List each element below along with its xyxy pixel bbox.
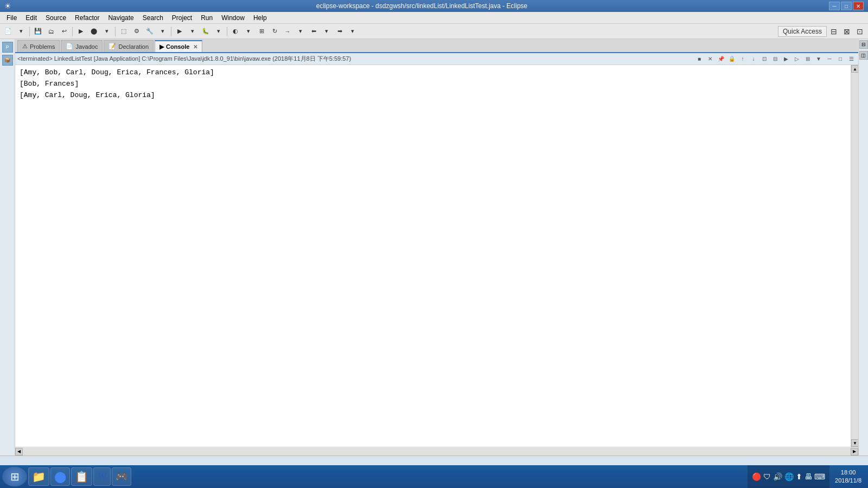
- scroll-track[interactable]: [851, 73, 858, 439]
- toolbar-save[interactable]: 💾: [32, 25, 44, 37]
- h-scroll-right[interactable]: ▶: [851, 448, 858, 455]
- start-button[interactable]: ⊞: [2, 467, 27, 486]
- toolbar-ext[interactable]: ⊞: [256, 25, 267, 37]
- taskbar-chrome[interactable]: ⬤: [50, 467, 70, 486]
- taskbar-app3[interactable]: 📋: [71, 467, 92, 486]
- toolbar-dropdown6[interactable]: ▾: [242, 25, 254, 37]
- toolbar-btn17[interactable]: ⬅: [308, 25, 320, 37]
- scroll-up-arrow[interactable]: ▲: [851, 65, 858, 73]
- toolbar-btn5[interactable]: ⬤: [88, 25, 100, 37]
- menu-search[interactable]: Search: [138, 13, 168, 23]
- h-scroll-track[interactable]: [23, 448, 851, 455]
- output-line-1: [Amy, Bob, Carl, Doug, Erica, Frances, G…: [20, 67, 846, 79]
- sidebar-perspectives[interactable]: P: [2, 42, 13, 53]
- console-stop[interactable]: ■: [694, 54, 704, 64]
- scroll-down-arrow[interactable]: ▼: [851, 439, 858, 447]
- toolbar-run[interactable]: ▶: [174, 25, 186, 37]
- menu-edit[interactable]: Edit: [21, 13, 41, 23]
- right-sidebar-icon-1[interactable]: ⊟: [859, 40, 868, 49]
- console-btn3[interactable]: ↓: [749, 54, 758, 64]
- tab-javadoc[interactable]: 📄 Javadoc: [61, 40, 103, 52]
- toolbar-dropdown1[interactable]: ▾: [15, 25, 27, 37]
- toolbar-btn3[interactable]: ↩: [58, 25, 70, 37]
- horizontal-scrollbar[interactable]: ◀ ▶: [15, 447, 858, 455]
- tab-problems[interactable]: ⚠ Problems: [17, 40, 60, 52]
- menu-navigate[interactable]: Navigate: [104, 13, 138, 23]
- toolbar-btn7[interactable]: ⬚: [118, 25, 130, 37]
- console-btn2[interactable]: ↑: [738, 54, 748, 64]
- menu-window[interactable]: Window: [217, 13, 249, 23]
- menu-file[interactable]: File: [2, 13, 21, 23]
- toolbar-profile[interactable]: ◐: [229, 25, 241, 37]
- toolbar-publish[interactable]: ▶: [75, 25, 87, 37]
- menu-source[interactable]: Source: [41, 13, 71, 23]
- content-area: ⚠ Problems 📄 Javadoc 📝 Declaration ▶ Con…: [15, 39, 858, 455]
- toolbar-dropdown7[interactable]: ▾: [295, 25, 307, 37]
- console-status-text: <terminated> LinkedListTest [Java Applic…: [17, 55, 351, 63]
- console-btn8[interactable]: ⊞: [803, 54, 813, 64]
- toolbar-saveall[interactable]: 🗂: [45, 25, 57, 37]
- toolbar-btn14[interactable]: ↻: [269, 25, 280, 37]
- maximize-button[interactable]: □: [841, 2, 852, 10]
- toolbar-perspective2[interactable]: ⊠: [841, 25, 853, 37]
- toolbar-dropdown8[interactable]: ▾: [321, 25, 333, 37]
- quick-access-button[interactable]: Quick Access: [778, 26, 827, 37]
- taskbar-app5[interactable]: 🎮: [112, 467, 131, 486]
- toolbar-perspective3[interactable]: ⊡: [854, 25, 866, 37]
- toolbar-sep-3: [115, 27, 116, 36]
- tray-icon-4[interactable]: 🌐: [784, 472, 794, 481]
- menu-help[interactable]: Help: [249, 13, 271, 23]
- tray-icon-3[interactable]: 🔊: [773, 472, 782, 481]
- console-view-menu[interactable]: ☰: [846, 54, 856, 64]
- tray-icon-6[interactable]: 🖶: [805, 472, 812, 481]
- close-button[interactable]: ✕: [853, 2, 864, 10]
- tab-console[interactable]: ▶ Console ✕: [155, 40, 202, 52]
- menu-project[interactable]: Project: [168, 13, 196, 23]
- toolbar-dropdown4[interactable]: ▾: [187, 25, 199, 37]
- output-line-3: [Amy, Carl, Doug, Erica, Gloria]: [20, 90, 846, 101]
- toolbar-perspective1[interactable]: ⊟: [828, 25, 840, 37]
- toolbar-dropdown9[interactable]: ▾: [347, 25, 359, 37]
- toolbar-new[interactable]: 📄: [2, 25, 14, 37]
- console-btn4[interactable]: ⊡: [760, 54, 769, 64]
- menu-refactor[interactable]: Refactor: [71, 13, 104, 23]
- tray-icon-1[interactable]: 🔴: [752, 472, 761, 481]
- console-pin[interactable]: 📌: [716, 54, 726, 64]
- toolbar-fwd[interactable]: ➡: [334, 25, 346, 37]
- toolbar-dropdown2[interactable]: ▾: [101, 25, 113, 37]
- app5-icon: 🎮: [116, 471, 127, 483]
- taskbar: ⊞ 📁 ⬤ 📋 W 🎮 🔴 🛡 🔊 🌐 ⬆ 🖶 ⌨ 18:00 2018/11/…: [0, 465, 868, 488]
- tab-declaration[interactable]: 📝 Declaration: [104, 40, 154, 52]
- toolbar-dropdown5[interactable]: ▾: [213, 25, 225, 37]
- console-maximize[interactable]: □: [835, 54, 845, 64]
- console-btn5[interactable]: ⊟: [770, 54, 780, 64]
- h-scroll-left[interactable]: ◀: [15, 448, 23, 455]
- console-scrollbar[interactable]: ▲ ▼: [851, 65, 858, 447]
- file-explorer-icon: 📁: [32, 470, 46, 483]
- clock[interactable]: 18:00 2018/11/8: [831, 468, 866, 485]
- right-sidebar-icon-2[interactable]: ◫: [859, 51, 868, 60]
- sidebar-package-explorer[interactable]: 📦: [2, 55, 13, 66]
- toolbar-debug[interactable]: 🐛: [200, 25, 212, 37]
- tab-console-close[interactable]: ✕: [193, 44, 197, 50]
- toolbar-btn9[interactable]: 🔧: [144, 25, 156, 37]
- toolbar-btn15[interactable]: →: [282, 25, 293, 37]
- tray-icon-5[interactable]: ⬆: [796, 472, 802, 481]
- console-minimize[interactable]: ─: [825, 54, 834, 64]
- console-close[interactable]: ✕: [705, 54, 715, 64]
- console-btn1[interactable]: 🔒: [727, 54, 737, 64]
- taskbar-word[interactable]: W: [93, 467, 111, 486]
- menu-run[interactable]: Run: [196, 13, 217, 23]
- tray-icon-7[interactable]: ⌨: [814, 472, 825, 481]
- console-btn7[interactable]: ▷: [792, 54, 802, 64]
- tray-icon-2[interactable]: 🛡: [763, 472, 771, 481]
- console-btn6[interactable]: ▶: [781, 54, 791, 64]
- minimize-button[interactable]: ─: [829, 2, 840, 10]
- console-menu[interactable]: ▼: [814, 54, 824, 64]
- toolbar-dropdown3[interactable]: ▾: [157, 25, 169, 37]
- toolbar-btn8[interactable]: ⚙: [131, 25, 143, 37]
- main-layout: P 📦 ⚠ Problems 📄 Javadoc 📝 Declaration ▶…: [0, 39, 868, 455]
- taskbar-file-explorer[interactable]: 📁: [28, 467, 49, 486]
- system-tray: 🔴 🛡 🔊 🌐 ⬆ 🖶 ⌨: [748, 465, 829, 488]
- output-line-2: [Bob, Frances]: [20, 79, 846, 90]
